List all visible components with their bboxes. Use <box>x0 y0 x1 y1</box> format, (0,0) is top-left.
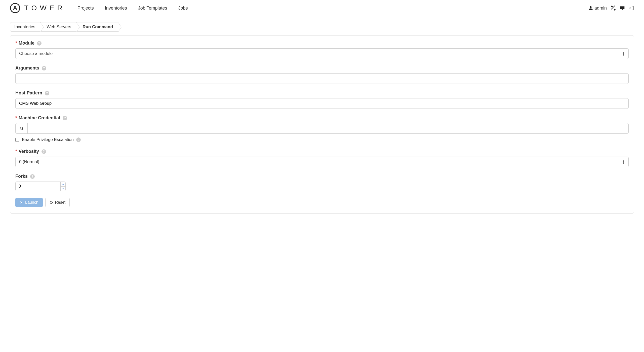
nav-jobs[interactable]: Jobs <box>178 6 188 11</box>
privilege-escalation-checkbox[interactable] <box>15 138 19 142</box>
module-placeholder: Choose a module <box>19 51 53 56</box>
breadcrumb: Inventories Web Servers Run Command <box>10 22 644 32</box>
field-module: * Module ? Choose a module ▲▼ <box>15 41 629 59</box>
arguments-input[interactable] <box>19 76 625 81</box>
user-label: admin <box>594 6 607 11</box>
arguments-input-wrap <box>15 73 629 84</box>
nav-inventories[interactable]: Inventories <box>105 6 127 11</box>
machine-credential-input[interactable] <box>31 126 625 131</box>
field-privilege-escalation: Enable Privilege Escalation ? <box>15 137 629 142</box>
main-nav: Projects Inventories Job Templates Jobs <box>77 6 188 11</box>
form-panel: * Module ? Choose a module ▲▼ Arguments … <box>10 35 634 214</box>
host-pattern-label: Host Pattern <box>15 90 42 96</box>
verbosity-label: Verbosity <box>19 149 39 154</box>
required-marker: * <box>15 41 17 46</box>
logo-icon: A <box>10 3 20 13</box>
field-arguments: Arguments ? <box>15 65 629 84</box>
forks-up[interactable]: ▲ <box>61 182 65 187</box>
field-host-pattern: Host Pattern ? <box>15 90 629 109</box>
forks-down[interactable]: ▼ <box>61 187 65 191</box>
host-pattern-input-wrap <box>15 98 629 109</box>
svg-line-3 <box>22 129 23 130</box>
svg-rect-0 <box>620 6 625 9</box>
user-menu[interactable]: admin <box>588 6 607 11</box>
module-select[interactable]: Choose a module ▲▼ <box>15 48 629 59</box>
header: A TOWER Projects Inventories Job Templat… <box>0 0 644 16</box>
undo-icon <box>50 201 53 204</box>
logo[interactable]: A TOWER <box>10 3 65 13</box>
machine-credential-label: Machine Credential <box>19 115 60 121</box>
crumb-inventories[interactable]: Inventories <box>10 22 41 32</box>
required-marker: * <box>15 115 17 121</box>
verbosity-select[interactable]: 0 (Normal) ▲▼ <box>15 157 629 167</box>
brand-text: TOWER <box>24 4 65 12</box>
svg-point-2 <box>20 127 22 129</box>
crumb-web-servers[interactable]: Web Servers <box>40 22 76 32</box>
launch-label: Launch <box>25 200 38 205</box>
user-icon <box>588 6 593 10</box>
rocket-icon <box>20 201 23 204</box>
credential-search-button[interactable] <box>16 123 28 133</box>
monitor-icon[interactable] <box>620 6 625 11</box>
arguments-label: Arguments <box>15 65 39 71</box>
header-right: admin <box>588 6 634 11</box>
chevron-updown-icon: ▲▼ <box>622 52 625 56</box>
field-forks: Forks ? ▲ ▼ <box>15 174 629 191</box>
help-icon[interactable]: ? <box>37 41 42 46</box>
privilege-escalation-label: Enable Privilege Escalation <box>22 137 74 142</box>
help-icon[interactable]: ? <box>42 149 46 154</box>
required-marker: * <box>15 149 17 154</box>
crumb-run-command[interactable]: Run Command <box>76 22 118 32</box>
help-icon[interactable]: ? <box>45 91 49 95</box>
forks-label: Forks <box>15 174 28 179</box>
forks-input[interactable] <box>16 182 60 191</box>
search-icon <box>20 126 24 130</box>
reset-button[interactable]: Reset <box>45 198 70 207</box>
form-actions: Launch Reset <box>15 198 629 207</box>
field-machine-credential: * Machine Credential ? <box>15 115 629 134</box>
help-icon[interactable]: ? <box>76 137 81 142</box>
settings-icon[interactable] <box>611 6 616 11</box>
field-verbosity: * Verbosity ? 0 (Normal) ▲▼ <box>15 149 629 167</box>
forks-input-wrap: ▲ ▼ <box>15 182 66 191</box>
help-icon[interactable]: ? <box>63 116 67 120</box>
reset-label: Reset <box>55 200 66 205</box>
help-icon[interactable]: ? <box>30 174 35 179</box>
nav-projects[interactable]: Projects <box>77 6 94 11</box>
help-icon[interactable]: ? <box>42 66 46 71</box>
logout-icon[interactable] <box>629 6 634 11</box>
module-label: Module <box>19 41 34 46</box>
host-pattern-input[interactable] <box>19 101 625 106</box>
launch-button[interactable]: Launch <box>15 198 43 207</box>
nav-job-templates[interactable]: Job Templates <box>138 6 167 11</box>
machine-credential-wrap <box>15 123 629 134</box>
forks-spinner: ▲ ▼ <box>60 182 65 191</box>
verbosity-value: 0 (Normal) <box>19 159 39 164</box>
chevron-updown-icon: ▲▼ <box>622 160 625 164</box>
svg-rect-1 <box>622 9 623 10</box>
